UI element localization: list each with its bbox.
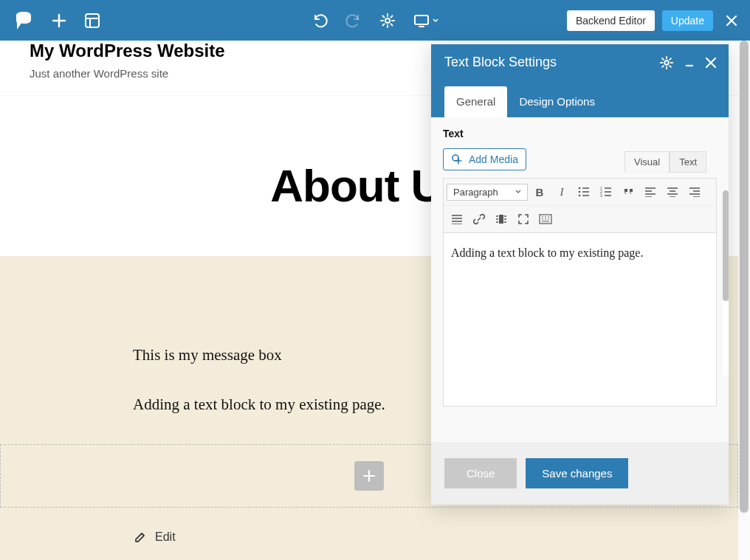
editor-tab-text[interactable]: Text <box>670 151 706 173</box>
chevron-down-icon <box>515 190 521 194</box>
add-media-label: Add Media <box>469 153 518 165</box>
logo-speech-icon[interactable] <box>13 11 34 30</box>
add-media-button[interactable]: Add Media <box>443 148 526 170</box>
fullscreen-icon[interactable] <box>513 209 534 229</box>
text-block-settings-panel: Text Block Settings General Design Optio… <box>431 44 729 505</box>
top-bar-left <box>13 11 100 30</box>
edit-label[interactable]: Edit <box>155 530 176 544</box>
blockquote-icon[interactable] <box>618 182 639 202</box>
media-icon <box>451 153 463 165</box>
tab-design-options[interactable]: Design Options <box>507 86 607 117</box>
top-bar-right: Backend Editor Update <box>567 10 743 31</box>
svg-point-5 <box>579 187 581 190</box>
editor-textarea[interactable]: Adding a text block to my existing page. <box>443 233 717 407</box>
paragraph-select-label: Paragraph <box>453 187 498 198</box>
text-field-label: Text <box>443 128 717 139</box>
editor-tab-visual[interactable]: Visual <box>625 151 670 173</box>
svg-point-7 <box>579 195 581 197</box>
settings-title: Text Block Settings <box>444 55 557 70</box>
page-scrollbar[interactable] <box>738 41 750 560</box>
editor-toolbar: Paragraph B I 123 <box>443 178 717 233</box>
svg-point-1 <box>385 18 390 23</box>
site-title: My WordPress Website <box>30 41 225 61</box>
undo-icon[interactable] <box>312 13 328 29</box>
backend-editor-button[interactable]: Backend Editor <box>567 10 655 31</box>
top-bar: Backend Editor Update <box>0 0 750 41</box>
toolbar-toggle-icon[interactable] <box>535 209 556 229</box>
tab-general[interactable]: General <box>444 86 507 117</box>
page-scrollbar-thumb[interactable] <box>740 41 749 513</box>
settings-tabs: General Design Options <box>431 80 729 117</box>
ordered-list-icon[interactable]: 123 <box>596 182 616 202</box>
settings-footer: Close Save changes <box>431 442 729 505</box>
close-button[interactable]: Close <box>444 458 517 488</box>
bullet-list-icon[interactable] <box>574 182 594 202</box>
edit-icon[interactable] <box>133 530 148 545</box>
add-icon[interactable] <box>52 13 66 28</box>
panel-scrollbar[interactable] <box>721 190 729 375</box>
close-editor-icon[interactable] <box>725 14 738 27</box>
svg-rect-0 <box>86 14 99 27</box>
site-tagline: Just another WordPress site <box>30 67 225 80</box>
settings-gear-icon[interactable] <box>659 55 674 70</box>
settings-body: Text Add Media Visual Text Paragraph B I <box>431 117 729 442</box>
redo-icon <box>345 13 362 29</box>
editor-mode-tabs: Visual Text <box>625 151 706 173</box>
minimize-icon[interactable] <box>684 58 695 68</box>
settings-header[interactable]: Text Block Settings <box>431 44 729 80</box>
svg-text:3: 3 <box>600 193 602 197</box>
svg-point-4 <box>664 61 668 64</box>
align-justify-icon[interactable] <box>447 209 467 229</box>
add-element-button[interactable] <box>354 461 384 491</box>
layout-template-icon[interactable] <box>84 13 100 29</box>
insert-image-icon[interactable] <box>491 209 512 229</box>
align-left-icon[interactable] <box>640 182 661 202</box>
align-right-icon[interactable] <box>684 182 705 202</box>
panel-scrollbar-thumb[interactable] <box>723 190 729 301</box>
align-center-icon[interactable] <box>662 182 683 202</box>
close-panel-icon[interactable] <box>705 57 717 69</box>
bold-icon[interactable]: B <box>529 182 550 202</box>
gear-icon[interactable] <box>379 13 396 29</box>
save-changes-button[interactable]: Save changes <box>526 458 628 488</box>
svg-rect-11 <box>499 215 503 224</box>
svg-rect-2 <box>415 15 428 24</box>
svg-point-6 <box>579 191 581 193</box>
responsive-preview-icon[interactable] <box>413 13 438 28</box>
top-bar-center <box>312 13 438 29</box>
paragraph-format-select[interactable]: Paragraph <box>447 184 528 201</box>
update-button[interactable]: Update <box>662 10 713 31</box>
italic-icon[interactable]: I <box>551 182 572 202</box>
link-icon[interactable] <box>469 209 489 229</box>
